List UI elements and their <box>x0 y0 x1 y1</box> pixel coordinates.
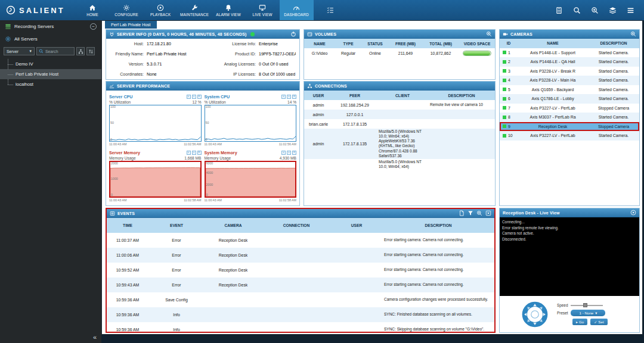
preset-dropdown[interactable]: 1 - None ▾ <box>571 310 605 316</box>
event-camera: Reception Desk <box>205 282 262 288</box>
search-icon[interactable] <box>573 7 581 14</box>
pager-box-icon[interactable]: ▪ <box>197 151 202 155</box>
menu-icon[interactable] <box>627 7 634 14</box>
nav-item-alarm-view[interactable]: ALARM VIEW <box>212 0 246 20</box>
event-description: Camera configuration changes were proces… <box>382 297 494 303</box>
set-button[interactable]: ✓Set <box>590 319 607 325</box>
camera-row[interactable]: 3Axis P3228-LV - Break RStarted Camera. <box>500 67 639 76</box>
playback-icon <box>157 4 164 11</box>
pager-box-icon[interactable]: ▪ <box>292 95 296 99</box>
camera-row[interactable]: 2Axis P1448-LE - QA HallStarted Camera. <box>500 57 639 67</box>
events-column-header: USER <box>331 223 382 228</box>
dashboard-icon <box>293 4 300 11</box>
camera-row[interactable]: 6Axis Q1786-LE - LobbyStarted Camera. <box>500 94 639 104</box>
performance-charts: Server CPU‹›▪% Utilization12 %10050011:0… <box>106 91 299 205</box>
collapse-tree-icon[interactable]: − <box>90 23 97 30</box>
nav-item-checklist[interactable] <box>317 0 343 20</box>
volume-total: 10,872,862 <box>422 51 459 56</box>
clear-icon[interactable] <box>485 210 491 216</box>
camera-row[interactable]: 7Axis P3227-LV - PerfLabStopped Camera <box>500 104 639 113</box>
sidebar-search[interactable] <box>36 47 75 55</box>
layers-icon[interactable] <box>609 7 617 14</box>
pager-left-icon[interactable]: ‹ <box>281 95 286 99</box>
volume-row[interactable]: G:\VideoRegularOnline211,64910,872,862 <box>304 48 495 58</box>
zoom-icon[interactable] <box>486 31 492 37</box>
event-connection <box>262 270 331 271</box>
nav-item-home[interactable]: HOME <box>76 0 110 20</box>
nav-item-playback[interactable]: PLAYBACK <box>144 0 178 20</box>
camera-id-cell: 1 <box>500 50 518 55</box>
nav-item-maintenance[interactable]: MAINTENANCE <box>178 0 212 20</box>
nav-item-dashboard[interactable]: DASHBOARD <box>280 0 314 20</box>
event-row[interactable]: 10:59:52 AMErrorReception DeskError star… <box>107 263 494 277</box>
tree-item-server[interactable]: localhost <box>0 79 101 89</box>
top-bar: SALIENT HOMECONFIGUREPLAYBACKMAINTENANCE… <box>0 0 644 20</box>
connection-peer: 192.168.254.29 <box>333 102 377 108</box>
camera-row[interactable]: 8Axis M3037 - PerfLab RaStarted Camera. <box>500 113 639 122</box>
server-info-field-label: Host: <box>110 42 147 46</box>
event-row[interactable]: 10:59:43 AMErrorReception DeskError star… <box>107 277 494 292</box>
volumes-column-header: STATUS <box>361 41 389 46</box>
sidebar-all-servers[interactable]: All Servers <box>0 33 101 45</box>
event-row[interactable]: 10:59:36 AMSave ConfigCamera configurati… <box>107 292 494 307</box>
connection-row[interactable]: Mozilla/5.0 (Windows NT 10.0; Win64; x64… <box>304 159 495 170</box>
volumes-icon <box>307 32 312 37</box>
ptz-joystick[interactable] <box>520 300 550 329</box>
event-row[interactable]: 11:00:37 AMErrorReception DeskError star… <box>107 233 494 248</box>
camera-description: Stopped Camera <box>588 105 639 111</box>
pager-right-icon[interactable]: › <box>192 95 196 99</box>
zoom-icon[interactable] <box>476 210 482 216</box>
connection-row[interactable]: admin192.168.254.29Remote live view of c… <box>304 100 495 110</box>
event-row[interactable]: 10:59:36 AMInfoSYNC: Skipping database s… <box>107 322 494 332</box>
nav-label: MAINTENANCE <box>180 13 209 17</box>
camera-row[interactable]: 5Axis Q1659 - BackyardStarted Camera. <box>500 85 639 95</box>
pager-right-icon[interactable]: › <box>287 151 291 155</box>
camera-row[interactable]: 4Axis P3228-LV - Main HaStarted Camera. <box>500 76 639 85</box>
search-input[interactable] <box>45 49 72 54</box>
sidebar-collapse-button[interactable]: « <box>93 333 97 341</box>
chart-pager: ‹›▪ <box>281 95 296 99</box>
y-axis-tick: 50 <box>206 121 209 124</box>
camera-row-selected[interactable]: 9Reception DeskStopped Camera <box>500 122 639 132</box>
connection-description <box>428 123 495 124</box>
pager-right-icon[interactable]: › <box>287 95 291 99</box>
sort-icon <box>88 49 94 54</box>
event-time: 10:59:36 AM <box>107 297 148 303</box>
camera-row[interactable]: 1Axis P1448-LE - SupportStarted Camera. <box>500 48 639 58</box>
pager-right-icon[interactable]: › <box>192 151 196 155</box>
zoom-icon[interactable] <box>591 7 599 14</box>
nav-item-live-view[interactable]: LIVE VIEW <box>246 0 280 20</box>
pager-left-icon[interactable]: ‹ <box>187 95 191 99</box>
play-stream-icon[interactable] <box>630 210 636 216</box>
connection-row[interactable]: admin127.0.0.1 <box>304 110 495 119</box>
pager-left-icon[interactable]: ‹ <box>187 151 191 155</box>
connection-description <box>428 114 495 115</box>
export-icon[interactable] <box>459 210 465 216</box>
speed-slider-knob[interactable] <box>583 303 587 307</box>
camera-row[interactable]: 10Axis P3227-LV - PerfLabStarted Camera. <box>500 131 639 141</box>
appliance-icon[interactable] <box>555 7 563 14</box>
server-tab[interactable]: Perf Lab Private Host <box>105 21 157 29</box>
connection-description <box>428 164 495 165</box>
pager-box-icon[interactable]: ▪ <box>292 151 296 155</box>
zoom-icon[interactable] <box>630 31 636 37</box>
filter-icon[interactable] <box>467 210 473 216</box>
sidebar-recording-servers[interactable]: Recording Servers − <box>0 20 101 33</box>
event-row[interactable]: 10:59:36 AMInfoSYNC: Finished database s… <box>107 307 494 322</box>
group-view-button[interactable] <box>76 47 85 55</box>
go-button[interactable]: ▸Go <box>572 319 587 325</box>
connection-row[interactable]: brian.carle172.17.8.135 <box>304 119 495 129</box>
top-nav: HOMECONFIGUREPLAYBACKMAINTENANCEALARM VI… <box>76 0 343 20</box>
event-row[interactable]: 11:00:06 AMErrorReception DeskError star… <box>107 248 494 263</box>
tree-item-server[interactable]: Perf Lab Private Host <box>0 69 101 79</box>
tree-item-server[interactable]: Demo IV <box>0 59 101 69</box>
nav-item-configure[interactable]: CONFIGURE <box>110 0 144 20</box>
power-icon[interactable] <box>290 31 296 37</box>
connection-user: admin <box>304 102 333 108</box>
connection-row[interactable]: admin172.17.8.135Mozilla/5.0 (Windows NT… <box>304 129 495 159</box>
pager-box-icon[interactable]: ▪ <box>197 95 202 99</box>
sort-button[interactable] <box>86 47 95 55</box>
speed-slider[interactable] <box>571 305 603 306</box>
server-type-dropdown[interactable]: Server ▾ <box>4 47 35 55</box>
pager-left-icon[interactable]: ‹ <box>281 151 286 155</box>
